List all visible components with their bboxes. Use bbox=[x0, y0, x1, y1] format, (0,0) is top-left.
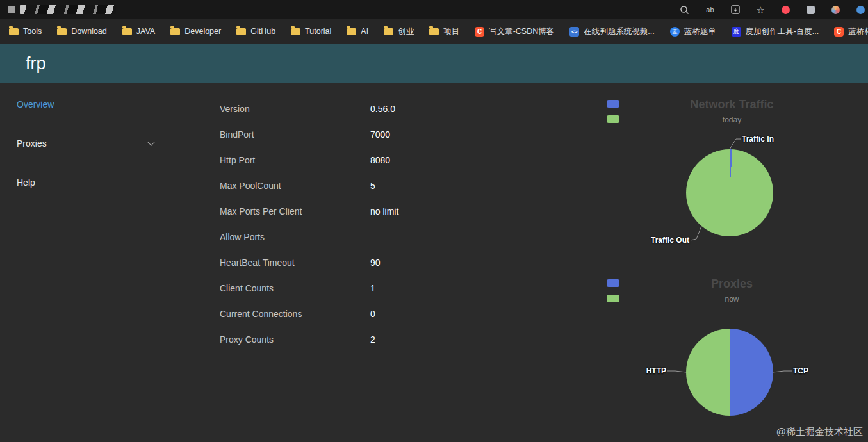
row-label: Allow Ports bbox=[220, 232, 370, 242]
row-value: 0 bbox=[370, 309, 375, 319]
row-value: 5 bbox=[370, 181, 375, 191]
extension-orange-icon[interactable] bbox=[831, 6, 840, 14]
sidebar-item-overview[interactable]: Overview bbox=[0, 98, 177, 111]
bookmark-item[interactable]: Tools bbox=[9, 27, 42, 36]
bookmark-label: 蓝桥题单 bbox=[684, 26, 716, 37]
proxies-chart: Proxies now HTTP TCP bbox=[596, 276, 868, 442]
row-label: Current Connections bbox=[220, 309, 370, 319]
bookmark-item[interactable]: JAVA bbox=[122, 27, 155, 36]
watermark: @稀土掘金技术社区 bbox=[776, 426, 863, 438]
main-panel: Version0.56.0BindPort7000Http Port8080Ma… bbox=[177, 83, 868, 442]
row-value: 1 bbox=[370, 283, 375, 293]
sidebar: OverviewProxiesHelp bbox=[0, 83, 177, 442]
star-icon[interactable]: ☆ bbox=[757, 5, 765, 15]
bookmark-label: 度加创作工具-百度... bbox=[746, 26, 819, 37]
bookmark-item[interactable]: Developer bbox=[170, 27, 221, 36]
bookmark-item[interactable]: Download bbox=[57, 27, 107, 36]
code-icon: <> bbox=[569, 27, 579, 37]
bookmark-label: 创业 bbox=[398, 26, 414, 37]
bookmark-item[interactable]: AI bbox=[347, 27, 368, 36]
bookmark-label: JAVA bbox=[136, 27, 155, 36]
row-value: 2 bbox=[370, 334, 375, 345]
folder-icon bbox=[291, 28, 300, 35]
csdn-icon: C bbox=[475, 27, 484, 37]
tab-title-redacted bbox=[20, 5, 116, 14]
row-label: BindPort bbox=[220, 129, 370, 140]
row-value: 0.56.0 bbox=[370, 104, 395, 114]
sidebar-item-label: Proxies bbox=[17, 138, 47, 149]
row-value: 90 bbox=[370, 258, 381, 268]
app-header: frp bbox=[0, 44, 868, 83]
topbar-icons: ab ☆ bbox=[680, 5, 868, 15]
bookmark-label: Developer bbox=[184, 27, 221, 36]
folder-icon bbox=[236, 28, 246, 35]
row-label: Client Counts bbox=[220, 283, 370, 293]
row-value: 7000 bbox=[370, 129, 390, 140]
tab-favicon-icon bbox=[8, 6, 15, 13]
sidebar-item-proxies[interactable]: Proxies bbox=[0, 137, 177, 150]
row-label: Proxy Counts bbox=[220, 334, 370, 345]
folder-icon bbox=[429, 28, 439, 35]
pie-label-traffic-in: Traffic In bbox=[742, 135, 774, 143]
extension-red-icon[interactable] bbox=[782, 6, 790, 14]
bookmark-item[interactable]: GitHub bbox=[236, 27, 275, 36]
row-label: HeartBeat Timeout bbox=[220, 258, 370, 268]
bookmark-label: Tools bbox=[23, 27, 42, 36]
sidebar-item-help[interactable]: Help bbox=[0, 176, 177, 189]
content-area: OverviewProxiesHelp Version0.56.0BindPor… bbox=[0, 83, 868, 442]
bookmark-item[interactable]: 项目 bbox=[429, 26, 459, 37]
page-title: frp bbox=[26, 54, 46, 74]
row-label: Http Port bbox=[220, 155, 370, 165]
bookmark-item[interactable]: <>在线判题系统视频... bbox=[569, 26, 654, 37]
bookmark-item[interactable]: C写文章-CSDN博客 bbox=[475, 26, 554, 37]
folder-icon bbox=[347, 28, 356, 35]
chevron-down-icon bbox=[147, 138, 154, 145]
folder-icon bbox=[122, 28, 132, 35]
bookmark-item[interactable]: 蓝蓝桥题单 bbox=[670, 26, 716, 37]
folder-icon bbox=[384, 28, 393, 35]
browser-topbar: ab ☆ bbox=[0, 0, 868, 19]
proxies-pie[interactable] bbox=[686, 329, 773, 416]
search-icon[interactable] bbox=[680, 5, 689, 15]
bookmark-item[interactable]: C蓝桥杯JAVA-知识点... bbox=[834, 26, 868, 37]
extension-blue-icon[interactable] bbox=[856, 6, 865, 14]
network-traffic-chart: Network Traffic today Traffic In Traffic… bbox=[596, 97, 868, 276]
baidu-icon: 度 bbox=[732, 27, 741, 37]
bookmark-label: Download bbox=[71, 27, 107, 36]
save-icon[interactable] bbox=[731, 5, 740, 14]
browser-window: ab ☆ ToolsDownloadJAVADeveloperGitHubTut… bbox=[0, 0, 868, 442]
bookmark-item[interactable]: Tutorial bbox=[291, 27, 331, 36]
folder-icon bbox=[57, 28, 67, 35]
pie-label-traffic-out: Traffic Out bbox=[641, 236, 689, 245]
sidebar-item-label: Overview bbox=[17, 99, 54, 110]
bookmark-item[interactable]: 度度加创作工具-百度... bbox=[732, 26, 819, 37]
pie-label-http: HTTP bbox=[621, 366, 666, 375]
bookmark-label: AI bbox=[361, 27, 368, 36]
folder-icon bbox=[9, 28, 19, 35]
bookmarks-bar: ToolsDownloadJAVADeveloperGitHubTutorial… bbox=[0, 19, 868, 44]
extension-gray-icon[interactable] bbox=[807, 6, 815, 14]
bookmark-label: 蓝桥杯JAVA-知识点... bbox=[848, 26, 868, 37]
csdn-icon: C bbox=[834, 27, 844, 37]
browser-tab[interactable] bbox=[8, 5, 116, 14]
sidebar-item-label: Help bbox=[17, 177, 35, 188]
row-label: Version bbox=[220, 104, 370, 114]
bookmark-label: Tutorial bbox=[305, 27, 331, 36]
pie-label-tcp: TCP bbox=[793, 366, 808, 375]
row-label: Max Ports Per Client bbox=[220, 206, 370, 217]
folder-icon bbox=[170, 28, 180, 35]
network-traffic-pie[interactable] bbox=[686, 149, 773, 236]
bookmark-item[interactable]: 创业 bbox=[384, 26, 414, 37]
bookmark-label: GitHub bbox=[250, 27, 275, 36]
bookmark-label: 项目 bbox=[443, 26, 459, 37]
translate-icon[interactable]: ab bbox=[706, 6, 714, 13]
bookmark-label: 写文章-CSDN博客 bbox=[489, 26, 554, 37]
bookmark-label: 在线判题系统视频... bbox=[584, 26, 654, 37]
lanqiao-icon: 蓝 bbox=[670, 27, 680, 37]
row-value: 8080 bbox=[370, 155, 390, 165]
row-value: no limit bbox=[370, 206, 398, 217]
row-label: Max PoolCount bbox=[220, 181, 370, 191]
